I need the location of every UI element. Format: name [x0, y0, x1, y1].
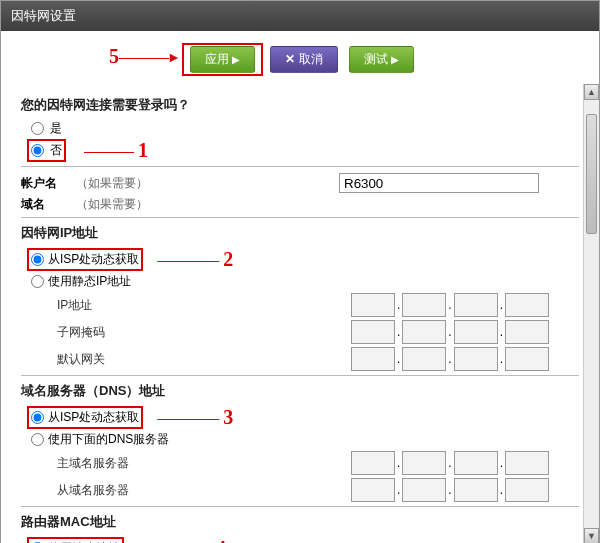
dns-secondary-row: 从域名服务器 ...	[21, 478, 579, 502]
login-no-row[interactable]: 否	[31, 142, 62, 159]
window-title: 因特网设置	[1, 1, 599, 31]
scroll-thumb[interactable]	[586, 114, 597, 234]
ip-dyn-row[interactable]: 从ISP处动态获取	[31, 251, 139, 268]
mac-section-title: 路由器MAC地址	[21, 513, 579, 531]
gateway-row: 默认网关 ...	[21, 347, 579, 371]
dns-primary-row: 主域名服务器 ...	[21, 451, 579, 475]
login-no-radio[interactable]	[31, 144, 44, 157]
annotation-1: ———— 1	[84, 139, 148, 162]
ip-dyn-radio[interactable]	[31, 253, 44, 266]
scroll-down-button[interactable]: ▼	[584, 528, 599, 543]
ip-dyn-highlight: 从ISP处动态获取	[27, 248, 143, 271]
dns-dyn-row[interactable]: 从ISP处动态获取	[31, 409, 139, 426]
ip-static-label: 使用静态IP地址	[48, 273, 131, 290]
apply-button[interactable]: 应用▶	[190, 46, 255, 73]
login-yes-label: 是	[50, 120, 62, 137]
login-no-highlight: 否	[27, 139, 66, 162]
dns-dyn-highlight: 从ISP处动态获取	[27, 406, 143, 429]
login-yes-radio[interactable]	[31, 122, 44, 135]
ip-dyn-label: 从ISP处动态获取	[48, 251, 139, 268]
domain-row: 域名 （如果需要）	[21, 196, 579, 213]
form-scroll-area: 您的因特网连接需要登录吗？ 是 否 ———— 1 帐户名	[1, 84, 599, 543]
settings-window: 因特网设置 5 ————► 应用▶ ✕ 取消 测试▶ 您的因特网连接需要登录吗？…	[0, 0, 600, 543]
annotation-4: —————— 4	[138, 537, 226, 543]
dns-dyn-label: 从ISP处动态获取	[48, 409, 139, 426]
gateway-input[interactable]: ...	[351, 347, 549, 371]
ip-section-title: 因特网IP地址	[21, 224, 579, 242]
login-question: 您的因特网连接需要登录吗？	[21, 96, 579, 114]
dns-manual-row[interactable]: 使用下面的DNS服务器	[31, 431, 579, 448]
test-button[interactable]: 测试▶	[349, 46, 414, 73]
account-name-input[interactable]	[339, 173, 539, 193]
account-name-label: 帐户名	[21, 175, 76, 192]
ip-static-radio[interactable]	[31, 275, 44, 288]
dns-section-title: 域名服务器（DNS）地址	[21, 382, 579, 400]
dns-secondary-input[interactable]: ...	[351, 478, 549, 502]
gateway-label: 默认网关	[57, 351, 167, 368]
subnet-row: 子网掩码 ...	[21, 320, 579, 344]
subnet-label: 子网掩码	[57, 324, 167, 341]
vertical-scrollbar[interactable]: ▲ ▼	[583, 84, 599, 543]
ip-addr-row: IP地址 ...	[21, 293, 579, 317]
annotation-5: 5 ————►	[109, 45, 179, 68]
dns-manual-label: 使用下面的DNS服务器	[48, 431, 169, 448]
cancel-button[interactable]: ✕ 取消	[270, 46, 337, 73]
dns-primary-input[interactable]: ...	[351, 451, 549, 475]
login-no-label: 否	[50, 142, 62, 159]
dns-primary-label: 主域名服务器	[57, 455, 167, 472]
dns-secondary-label: 从域名服务器	[57, 482, 167, 499]
annotation-3: ————— 3	[157, 406, 233, 429]
dns-manual-radio[interactable]	[31, 433, 44, 446]
dns-dyn-radio[interactable]	[31, 411, 44, 424]
domain-hint: （如果需要）	[76, 196, 148, 213]
action-button-row: 5 ————► 应用▶ ✕ 取消 测试▶	[1, 31, 599, 84]
content-area: 5 ————► 应用▶ ✕ 取消 测试▶ 您的因特网连接需要登录吗？ 是 否	[1, 31, 599, 543]
ip-addr-label: IP地址	[57, 297, 167, 314]
scroll-up-button[interactable]: ▲	[584, 84, 599, 100]
account-name-row: 帐户名 （如果需要）	[21, 173, 579, 193]
account-name-hint: （如果需要）	[76, 175, 148, 192]
login-yes-row[interactable]: 是	[31, 120, 579, 137]
annotation-2: ————— 2	[157, 248, 233, 271]
mac-default-highlight: 使用缺省地址	[27, 537, 124, 543]
apply-highlight: 应用▶	[182, 43, 263, 76]
domain-label: 域名	[21, 196, 76, 213]
ip-addr-input[interactable]: ...	[351, 293, 549, 317]
ip-static-row[interactable]: 使用静态IP地址	[31, 273, 579, 290]
subnet-input[interactable]: ...	[351, 320, 549, 344]
